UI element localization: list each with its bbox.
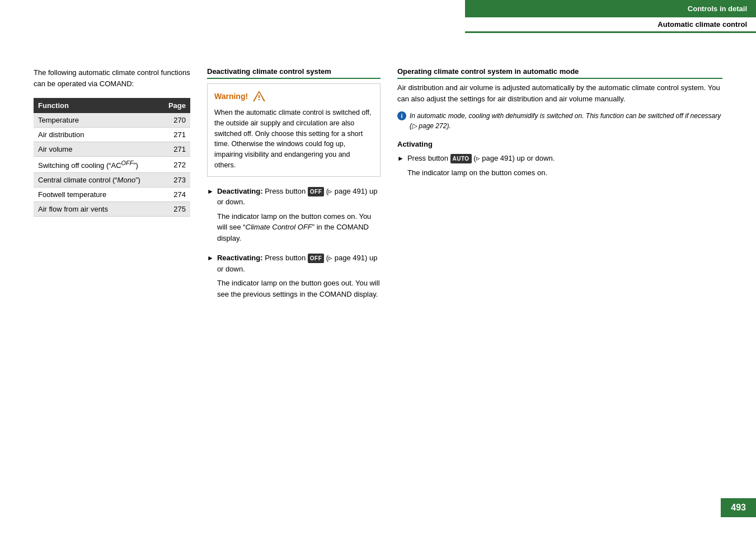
reactivating-section: ► Reactivating: Press button OFF (▹ page… <box>207 252 381 299</box>
page-number: 493 <box>721 498 756 517</box>
right-column: Operating climate control system in auto… <box>397 67 722 308</box>
subsection-title: Automatic climate control <box>658 20 747 29</box>
bullet-arrow-icon: ► <box>207 186 214 208</box>
deactivating-section: ► Deactivating: Press button OFF (▹ page… <box>207 186 381 244</box>
off-button-badge-2: OFF <box>308 254 325 263</box>
table-row: Air volume 271 <box>34 142 190 157</box>
auto-button-badge: AUTO <box>450 154 472 163</box>
left-column: The following automatic climate control … <box>34 67 190 308</box>
reactivating-bullet: ► Reactivating: Press button OFF (▹ page… <box>207 252 381 274</box>
table-header-row: Function Page <box>34 98 190 113</box>
warning-text: When the automatic climate control is sw… <box>214 107 373 171</box>
page-cell: 270 <box>160 113 190 128</box>
bullet-arrow-icon: ► <box>397 153 404 164</box>
function-cell: Footwell temperature <box>34 188 160 202</box>
section-title: Controls in detail <box>688 4 747 13</box>
page-cell: 273 <box>160 173 190 188</box>
page-cell: 272 <box>160 157 190 173</box>
page-cell: 275 <box>160 202 190 217</box>
right-section-title: Operating climate control system in auto… <box>397 67 722 79</box>
section-title-bar: Controls in detail <box>465 0 756 17</box>
activating-title: Activating <box>397 140 722 148</box>
activating-content: Press button AUTO (▹ page 491) up or dow… <box>407 153 722 164</box>
warning-triangle-icon <box>252 90 266 103</box>
reactivating-label: Reactivating: <box>217 254 263 262</box>
function-cell: Switching off cooling (“ACOFF”) <box>34 157 160 173</box>
activating-followup: The indicator lamp on the button comes o… <box>407 167 722 179</box>
function-table: Function Page Temperature 270 Air distri… <box>34 98 190 217</box>
info-icon: i <box>397 111 406 120</box>
reactivating-followup: The indicator lamp on the button goes ou… <box>217 278 381 299</box>
header-area: Controls in detail Automatic climate con… <box>465 0 756 33</box>
deactivating-content: Deactivating: Press button OFF (▹ page 4… <box>217 186 381 208</box>
page-cell: 271 <box>160 128 190 142</box>
table-row: Footwell temperature 274 <box>34 188 190 202</box>
function-cell: Air volume <box>34 142 160 157</box>
table-row: Switching off cooling (“ACOFF”) 272 <box>34 157 190 173</box>
bullet-arrow-icon: ► <box>207 253 214 274</box>
page-cell: 274 <box>160 188 190 202</box>
middle-section-title: Deactivating climate control system <box>207 67 381 79</box>
table-row: Central climate control (“Mono”) 273 <box>34 173 190 188</box>
info-box: i In automatic mode, cooling with dehumi… <box>397 111 722 131</box>
warning-label: Warning! <box>214 92 248 101</box>
table-row: Air distribution 271 <box>34 128 190 142</box>
page-column-header: Page <box>160 98 190 113</box>
intro-text: The following automatic climate control … <box>34 67 190 89</box>
middle-column: Deactivating climate control system Warn… <box>207 67 381 308</box>
deactivating-bullet: ► Deactivating: Press button OFF (▹ page… <box>207 186 381 208</box>
warning-box: Warning! When the automatic climate cont… <box>207 83 381 177</box>
activating-bullet: ► Press button AUTO (▹ page 491) up or d… <box>397 153 722 164</box>
table-row: Air flow from air vents 275 <box>34 202 190 217</box>
deactivating-label: Deactivating: <box>217 187 263 195</box>
warning-title: Warning! <box>214 90 373 103</box>
deactivating-followup: The indicator lamp on the button comes o… <box>217 211 381 244</box>
function-cell: Air flow from air vents <box>34 202 160 217</box>
main-content: The following automatic climate control … <box>0 56 756 342</box>
page-cell: 271 <box>160 142 190 157</box>
info-text: In automatic mode, cooling with dehumidi… <box>410 111 722 131</box>
table-row: Temperature 270 <box>34 113 190 128</box>
subsection-title-bar: Automatic climate control <box>465 17 756 33</box>
activating-section: ► Press button AUTO (▹ page 491) up or d… <box>397 153 722 178</box>
function-cell: Central climate control (“Mono”) <box>34 173 160 188</box>
function-cell: Air distribution <box>34 128 160 142</box>
function-column-header: Function <box>34 98 160 113</box>
reactivating-content: Reactivating: Press button OFF (▹ page 4… <box>217 252 381 274</box>
right-description: Air distribution and air volume is adjus… <box>397 82 722 104</box>
off-button-badge: OFF <box>308 187 325 196</box>
function-cell: Temperature <box>34 113 160 128</box>
